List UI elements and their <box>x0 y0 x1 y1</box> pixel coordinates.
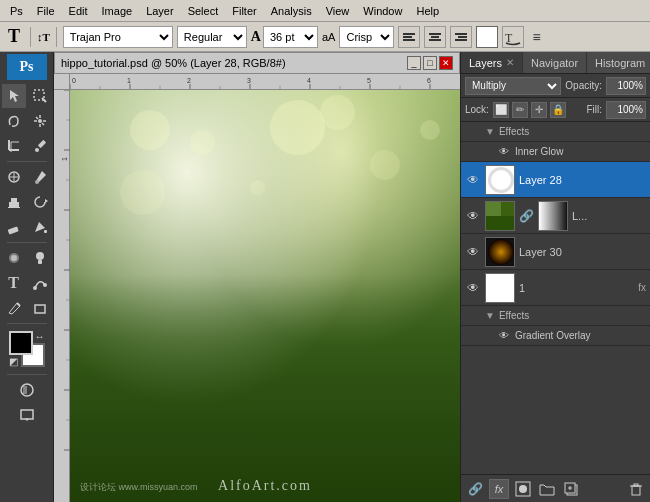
menu-filter[interactable]: Filter <box>226 3 262 19</box>
align-left-btn[interactable] <box>398 26 420 48</box>
move-tool[interactable] <box>2 84 26 108</box>
opacity-input[interactable] <box>606 77 646 95</box>
orient-icon[interactable]: ↕T <box>37 31 50 43</box>
tab-navigator[interactable]: Navigator <box>523 52 587 73</box>
blur-tool[interactable] <box>2 246 26 270</box>
bokeh-5 <box>420 120 440 140</box>
menu-ps[interactable]: Ps <box>4 3 29 19</box>
svg-point-25 <box>35 148 39 152</box>
layer-moss-item[interactable]: 👁 🔗 <box>461 198 650 234</box>
menu-help[interactable]: Help <box>410 3 445 19</box>
new-group-btn[interactable] <box>537 479 557 499</box>
lock-transparent-btn[interactable]: ⬜ <box>493 102 509 118</box>
path-tool[interactable] <box>28 271 52 295</box>
eyedropper-tool[interactable] <box>28 134 52 158</box>
shape-tool[interactable] <box>28 296 52 320</box>
blend-mode-select[interactable]: Multiply <box>465 77 561 95</box>
svg-text:6: 6 <box>427 77 431 84</box>
switch-colors-icon[interactable]: ↔ <box>35 331 45 342</box>
tool-sep-3 <box>7 323 47 324</box>
layer-30-eye[interactable]: 👁 <box>465 244 481 260</box>
close-btn[interactable]: ✕ <box>439 56 453 70</box>
lock-position-btn[interactable]: ✛ <box>531 102 547 118</box>
lock-all-btn[interactable]: 🔒 <box>550 102 566 118</box>
selection-tool[interactable] <box>28 84 52 108</box>
align-right-btn[interactable] <box>450 26 472 48</box>
effects-arrow[interactable]: ▼ <box>485 126 495 137</box>
add-mask-btn[interactable] <box>513 479 533 499</box>
maximize-btn[interactable]: □ <box>423 56 437 70</box>
default-colors-icon[interactable]: ◩ <box>9 356 18 367</box>
menu-window[interactable]: Window <box>357 3 408 19</box>
ruler-corner <box>54 74 70 90</box>
minimize-btn[interactable]: _ <box>407 56 421 70</box>
options-btn[interactable]: ≡ <box>528 29 544 45</box>
font-family-select[interactable]: Trajan Pro <box>63 26 173 48</box>
svg-point-37 <box>11 255 17 261</box>
layer-1-eye[interactable]: 👁 <box>465 280 481 296</box>
crop-tool[interactable] <box>2 134 26 158</box>
tool-row-lasso <box>2 109 52 133</box>
dodge-icon <box>32 250 48 266</box>
warp-text-btn[interactable]: T <box>502 26 524 48</box>
selection-tool-icon <box>32 88 48 104</box>
tab-layers[interactable]: Layers ✕ <box>461 52 523 73</box>
font-style-select[interactable]: Regular <box>177 26 247 48</box>
aa-select[interactable]: Crisp <box>339 26 394 48</box>
pen-tool[interactable] <box>2 296 26 320</box>
layers-list[interactable]: ▼ Effects 👁 Inner Glow 👁 Layer 28 <box>461 122 650 474</box>
svg-line-18 <box>42 123 44 125</box>
layer-1-item[interactable]: 👁 1 fx <box>461 270 650 306</box>
fill-tool[interactable] <box>28 215 52 239</box>
layer-28-item[interactable]: 👁 Layer 28 <box>461 162 650 198</box>
foreground-color[interactable] <box>9 331 33 355</box>
text-color-swatch[interactable] <box>476 26 498 48</box>
delete-layer-btn[interactable] <box>626 479 646 499</box>
menu-select[interactable]: Select <box>182 3 225 19</box>
main-area: Ps <box>0 52 650 502</box>
new-layer-btn[interactable] <box>561 479 581 499</box>
align-center-btn[interactable] <box>424 26 446 48</box>
dodge-tool[interactable] <box>28 246 52 270</box>
stamp-tool[interactable] <box>2 190 26 214</box>
gradient-overlay-eye[interactable]: 👁 <box>497 329 511 343</box>
quick-mask-tool[interactable] <box>15 378 39 402</box>
inner-glow-eye[interactable]: 👁 <box>497 145 511 159</box>
svg-rect-7 <box>458 36 467 38</box>
magic-wand-tool[interactable] <box>28 109 52 133</box>
svg-text:4: 4 <box>307 77 311 84</box>
effects-arrow-2[interactable]: ▼ <box>485 310 495 321</box>
layer-28-eye[interactable]: 👁 <box>465 172 481 188</box>
menu-analysis[interactable]: Analysis <box>265 3 318 19</box>
link-layers-btn[interactable]: 🔗 <box>465 479 485 499</box>
text-tool-icon[interactable]: T <box>4 26 24 47</box>
layer-30-item[interactable]: 👁 Layer 30 <box>461 234 650 270</box>
eraser-tool[interactable] <box>2 215 26 239</box>
menu-image[interactable]: Image <box>96 3 139 19</box>
add-fx-btn[interactable]: fx <box>489 479 509 499</box>
layer-moss-eye[interactable]: 👁 <box>465 208 481 224</box>
menu-view[interactable]: View <box>320 3 356 19</box>
font-size-select[interactable]: 36 pt <box>263 26 318 48</box>
menu-file[interactable]: File <box>31 3 61 19</box>
svg-rect-8 <box>455 39 467 41</box>
text-tool[interactable]: T <box>2 271 26 295</box>
brush-tool[interactable] <box>28 165 52 189</box>
healing-brush-tool[interactable] <box>2 165 26 189</box>
lasso-tool[interactable] <box>2 109 26 133</box>
canvas-image-area[interactable]: 设计论坛 www.missyuan.com AlfoArt.com <box>70 90 460 502</box>
menu-layer[interactable]: Layer <box>140 3 180 19</box>
svg-rect-24 <box>37 140 45 148</box>
screen-mode-tool[interactable] <box>15 403 39 427</box>
menu-edit[interactable]: Edit <box>63 3 94 19</box>
tab-histogram[interactable]: Histogram <box>587 52 650 73</box>
trash-icon <box>628 481 644 497</box>
bokeh-3 <box>270 100 325 155</box>
gradient-overlay-label: Gradient Overlay <box>515 330 591 341</box>
svg-rect-99 <box>632 486 640 495</box>
tab-close-layers[interactable]: ✕ <box>506 57 514 68</box>
history-brush-tool[interactable] <box>28 190 52 214</box>
fill-input[interactable] <box>606 101 646 119</box>
tool-row-blur <box>2 246 52 270</box>
lock-image-btn[interactable]: ✏ <box>512 102 528 118</box>
